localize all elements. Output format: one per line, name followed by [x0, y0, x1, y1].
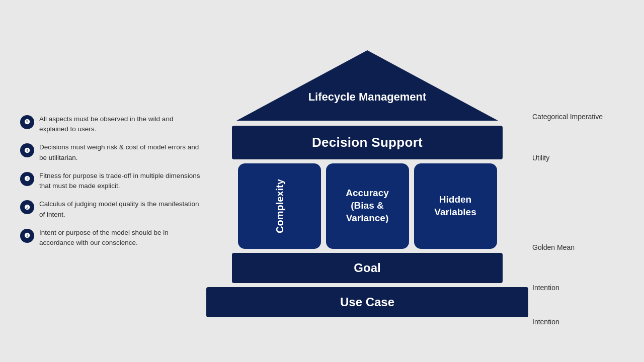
pillar-accuracy-label: Accuracy (Bias & Variance)	[346, 187, 389, 224]
right-label-rl-pillars: Golden Mean	[532, 243, 575, 251]
annotation-4: ❹ Decisions must weigh risk & cost of mo…	[20, 142, 201, 163]
pillar-accuracy: Accuracy (Bias & Variance)	[326, 163, 409, 249]
use-case-bar: Use Case	[206, 287, 528, 317]
pillars-row: Complexity Accuracy (Bias & Variance) Hi…	[232, 163, 503, 249]
pillar-hidden-label: Hidden Variables	[434, 194, 476, 218]
annotation-text-4: Decisions must weigh risk & cost of mode…	[39, 142, 201, 163]
goal-bar: Goal	[232, 253, 503, 283]
badge-4: ❹	[20, 143, 34, 157]
right-label-rl-uc: Intention	[532, 318, 559, 326]
badge-1: ❶	[20, 229, 34, 243]
annotation-text-3: Fitness for purpose is trade-off in mult…	[39, 171, 201, 192]
main-container: ❺ All aspects must be observed in the wi…	[0, 0, 644, 362]
decision-support-bar: Decision Support	[232, 126, 503, 159]
annotation-3: ❸ Fitness for purpose is trade-off in mu…	[20, 171, 201, 192]
right-label-rl-lifecycle: Categorical Imperative	[532, 113, 603, 121]
badge-3: ❸	[20, 172, 34, 186]
svg-marker-0	[236, 50, 498, 121]
left-panel: ❺ All aspects must be observed in the wi…	[20, 114, 211, 248]
diagram-container: Lifecycle Management Decision Support Co…	[211, 45, 523, 317]
right-label-rl-ds: Utility	[532, 154, 549, 162]
pillar-complexity: Complexity	[238, 163, 321, 249]
annotation-text-5: All aspects must be observed in the wild…	[39, 114, 201, 135]
annotation-text-1: Intent or purpose of the model should be…	[39, 228, 201, 248]
annotation-2: ❷ Calculus of judging model quality is t…	[20, 199, 201, 220]
roof-wrapper: Lifecycle Management	[226, 45, 508, 126]
svg-text:Lifecycle Management: Lifecycle Management	[308, 90, 427, 103]
roof-svg: Lifecycle Management	[226, 45, 508, 126]
badge-2: ❷	[20, 200, 34, 214]
badge-5: ❺	[20, 115, 34, 129]
annotation-1: ❶ Intent or purpose of the model should …	[20, 228, 201, 248]
right-label-rl-goal: Intention	[532, 284, 559, 292]
annotation-5: ❺ All aspects must be observed in the wi…	[20, 114, 201, 135]
pillar-hidden: Hidden Variables	[414, 163, 497, 249]
pillar-complexity-label: Complexity	[273, 179, 286, 233]
annotation-text-2: Calculus of judging model quality is the…	[39, 199, 201, 220]
right-panel: Categorical ImperativeUtilityGolden Mean…	[523, 40, 624, 352]
